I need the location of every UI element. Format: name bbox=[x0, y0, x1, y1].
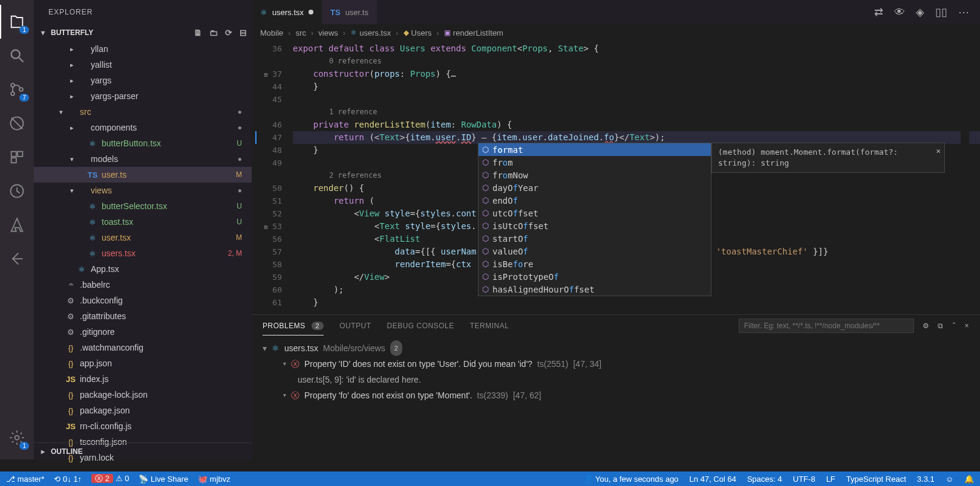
spaces-status[interactable]: Spaces: 4 bbox=[747, 475, 782, 484]
close-panel-icon[interactable]: × bbox=[964, 322, 969, 330]
tree-row[interactable]: {}.watchmanconfig bbox=[34, 340, 252, 355]
tree-row[interactable]: ▸yargs bbox=[34, 73, 252, 88]
compare-icon[interactable]: ⇄ bbox=[874, 5, 883, 19]
tree-row[interactable]: JSindex.js bbox=[34, 371, 252, 387]
suggest-item[interactable]: ⬡dayOfYear bbox=[479, 181, 711, 194]
activity-history[interactable] bbox=[0, 174, 34, 208]
suggest-item[interactable]: ⬡endOf bbox=[479, 194, 711, 207]
tree-row[interactable]: ⚙.gitignore bbox=[34, 324, 252, 340]
tree-row[interactable]: ▾src● bbox=[34, 104, 252, 120]
tree-row[interactable]: ▸yallist bbox=[34, 57, 252, 73]
activity-extensions[interactable] bbox=[0, 140, 34, 174]
tree-row[interactable]: ▾views● bbox=[34, 183, 252, 198]
tree-row[interactable]: {}package.json bbox=[34, 403, 252, 418]
liveshare-status[interactable]: 📡 Live Share bbox=[139, 475, 188, 484]
refresh-icon[interactable]: ⟳ bbox=[225, 28, 232, 37]
bc-0[interactable]: Mobile bbox=[260, 28, 283, 37]
lang-status[interactable]: TypeScript React bbox=[846, 475, 906, 484]
branch-status[interactable]: ⎇ master* bbox=[6, 475, 44, 484]
bc-1[interactable]: src bbox=[296, 28, 306, 37]
suggest-item[interactable]: ⬡format bbox=[479, 143, 711, 156]
problem-item[interactable]: user.ts[5, 9]: 'id' is declared here. bbox=[263, 372, 969, 387]
suggest-item[interactable]: ⬡fromNow bbox=[479, 169, 711, 181]
feedback-icon[interactable]: ☺ bbox=[946, 475, 953, 484]
workspace-header[interactable]: ▾ BUTTERFLY 🗎 🗀 ⟳ ⊟ bbox=[34, 24, 252, 41]
outline-label: OUTLINE bbox=[51, 447, 83, 456]
editor-tab[interactable]: TSuser.ts bbox=[322, 0, 377, 24]
tree-row[interactable]: ⚙.buckconfig bbox=[34, 293, 252, 308]
tree-row[interactable]: JSrn-cli.config.js bbox=[34, 418, 252, 434]
blame-status[interactable]: 👤 You, a few seconds ago bbox=[584, 475, 679, 484]
breadcrumb[interactable]: Mobile› src› views› ⚛ users.tsx› ◆ Users… bbox=[252, 24, 980, 41]
collapse-icon[interactable]: ⊟ bbox=[240, 28, 247, 37]
activity-scm[interactable]: 7 bbox=[0, 73, 34, 106]
diff-icon[interactable]: ◈ bbox=[916, 5, 924, 19]
encoding-status[interactable]: UTF-8 bbox=[793, 475, 815, 484]
eol-status[interactable]: LF bbox=[826, 475, 835, 484]
activity-search[interactable] bbox=[0, 39, 34, 73]
chevron-down-icon: ▾ bbox=[41, 28, 47, 37]
error-status[interactable]: ⓧ 2 ⚠ 0 bbox=[91, 473, 129, 484]
tree-row[interactable]: TSuser.tsM bbox=[34, 167, 252, 183]
preview-icon[interactable]: 👁 bbox=[894, 6, 905, 19]
new-file-icon[interactable]: 🗎 bbox=[194, 28, 202, 37]
bc-5[interactable]: renderListItem bbox=[453, 28, 503, 37]
close-icon[interactable]: × bbox=[936, 146, 941, 157]
chevron-up-icon[interactable]: ˄ bbox=[952, 322, 956, 330]
tree-row[interactable]: ▸components● bbox=[34, 120, 252, 135]
activity-debug[interactable] bbox=[0, 106, 34, 140]
tree-row[interactable]: ▸yargs-parser bbox=[34, 88, 252, 104]
suggest-widget[interactable]: ⬡format⬡from⬡fromNow⬡dayOfYear⬡endOf⬡utc… bbox=[478, 143, 711, 296]
more-icon[interactable]: ⋯ bbox=[958, 5, 969, 19]
suggest-item[interactable]: ⬡isBefore bbox=[479, 258, 711, 270]
tree-row[interactable]: ▸yllan bbox=[34, 41, 252, 57]
bc-4[interactable]: Users bbox=[411, 28, 432, 37]
split-icon[interactable]: ▯▯ bbox=[935, 5, 947, 19]
filter-settings-icon[interactable]: ⚙ bbox=[923, 322, 930, 330]
panel-tab-terminal[interactable]: TERMINAL bbox=[470, 322, 509, 330]
outline-header[interactable]: ▸ OUTLINE bbox=[34, 442, 252, 459]
activity-share[interactable] bbox=[0, 242, 34, 276]
collapse-all-icon[interactable]: ⧉ bbox=[938, 322, 944, 330]
tree-row[interactable]: {}package-lock.json bbox=[34, 387, 252, 403]
tree-row[interactable]: ⚛App.tsx bbox=[34, 261, 252, 277]
tree-row[interactable]: ⚛user.tsxM bbox=[34, 230, 252, 245]
bc-3[interactable]: users.tsx bbox=[359, 28, 391, 37]
github-status[interactable]: 🐙 mjbvz bbox=[198, 475, 230, 484]
suggest-item[interactable]: ⬡hasAlignedHourOffset bbox=[479, 283, 711, 296]
tree-row[interactable]: ⚛butterSelector.tsxU bbox=[34, 198, 252, 214]
tree-row[interactable]: ⚙.gitattributes bbox=[34, 308, 252, 324]
tree-row[interactable]: ⚛butterButton.tsxU bbox=[34, 135, 252, 151]
tree-row[interactable]: 𝄐.babelrc bbox=[34, 277, 252, 293]
panel-tab-problems[interactable]: PROBLEMS 2 bbox=[263, 322, 324, 330]
suggest-item[interactable]: ⬡utcOffset bbox=[479, 207, 711, 219]
activity-azure[interactable] bbox=[0, 208, 34, 242]
suggest-item[interactable]: ⬡startOf bbox=[479, 232, 711, 245]
problem-file[interactable]: ▾ ⚛ users.tsx Mobile/src/views 2 bbox=[263, 340, 969, 356]
sync-status[interactable]: ⟲ 0↓ 1↑ bbox=[54, 475, 82, 484]
new-folder-icon[interactable]: 🗀 bbox=[209, 28, 218, 37]
tree-row[interactable]: ▾models● bbox=[34, 151, 252, 167]
tree-row[interactable]: ⚛users.tsx2, M bbox=[34, 245, 252, 261]
bc-2[interactable]: views bbox=[318, 28, 338, 37]
panel-tab-output[interactable]: OUTPUT bbox=[339, 322, 371, 330]
bell-icon[interactable]: 🔔 bbox=[964, 475, 974, 484]
problem-item[interactable]: ▾ⓧProperty 'fo' does not exist on type '… bbox=[263, 387, 969, 403]
cursor-pos[interactable]: Ln 47, Col 64 bbox=[690, 475, 736, 484]
overview-ruler[interactable] bbox=[961, 41, 969, 314]
activity-explorer[interactable]: 1 bbox=[0, 5, 34, 39]
problems-filter[interactable] bbox=[739, 319, 914, 333]
tree-row[interactable]: {}app.json bbox=[34, 355, 252, 371]
explorer-badge: 1 bbox=[19, 26, 29, 34]
editor-tab[interactable]: ⚛users.tsx bbox=[252, 0, 322, 24]
problem-file-path: Mobile/src/views bbox=[323, 340, 385, 356]
suggest-item[interactable]: ⬡from bbox=[479, 156, 711, 169]
panel-tab-debug[interactable]: DEBUG CONSOLE bbox=[387, 322, 454, 330]
activity-settings[interactable]: 1 bbox=[0, 421, 34, 455]
suggest-item[interactable]: ⬡valueOf bbox=[479, 245, 711, 258]
suggest-item[interactable]: ⬡isUtcOffset bbox=[479, 219, 711, 232]
suggest-item[interactable]: ⬡isPrototypeOf bbox=[479, 270, 711, 283]
tree-row[interactable]: ⚛toast.tsxU bbox=[34, 214, 252, 230]
ts-version[interactable]: 3.3.1 bbox=[917, 475, 935, 484]
problem-item[interactable]: ▾ⓧProperty 'ID' does not exist on type '… bbox=[263, 356, 969, 372]
